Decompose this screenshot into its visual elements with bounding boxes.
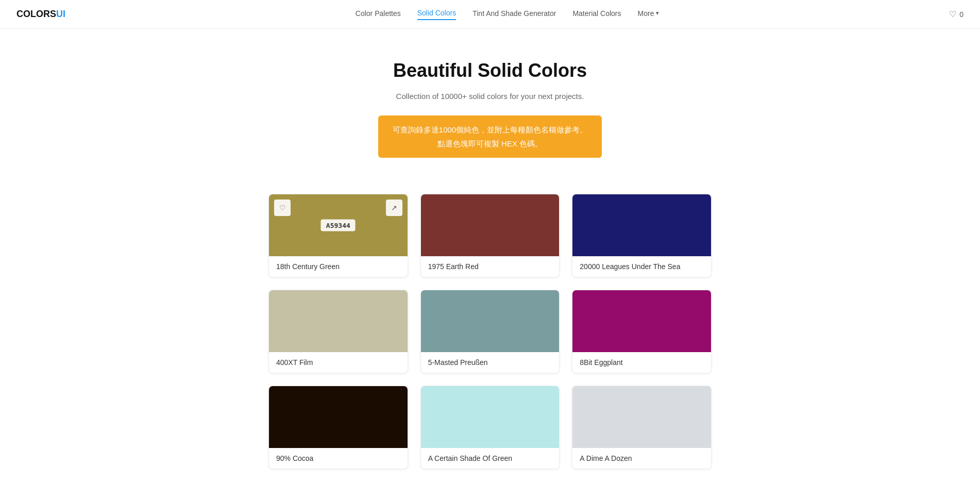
color-name: 8Bit Eggplant: [572, 352, 711, 373]
expand-button[interactable]: ↗: [689, 295, 706, 312]
favorite-button[interactable]: ♡: [274, 200, 291, 216]
color-card-20000-leagues-under-the-sea[interactable]: ♡ ↗ 1A1A6E 20000 Leagues Under The Sea: [572, 194, 712, 277]
logo[interactable]: COLORS UI: [16, 9, 65, 20]
favorite-button[interactable]: ♡: [578, 200, 594, 216]
expand-button[interactable]: ↗: [386, 391, 402, 408]
logo-text-blue: UI: [56, 9, 65, 20]
info-banner: 可查詢錄多達1000個純色，並附上每種顏色名稱做參考。 點選色塊即可複製 HEX…: [378, 115, 602, 158]
expand-button[interactable]: ↗: [386, 200, 402, 216]
favorite-button[interactable]: ♡: [578, 295, 594, 312]
expand-button[interactable]: ↗: [537, 295, 554, 312]
nav-more[interactable]: More ▾: [638, 9, 660, 20]
heart-icon: ♡: [949, 9, 956, 19]
color-swatch: ♡ ↗ B8E8E8: [421, 386, 560, 448]
color-swatch: ♡ ↗ 7B3330: [421, 194, 560, 256]
color-card-1975-earth-red[interactable]: ♡ ↗ 7B3330 1975 Earth Red: [420, 194, 560, 277]
expand-button[interactable]: ↗: [689, 391, 706, 408]
hex-badge: A59344: [321, 219, 356, 231]
favorite-button[interactable]: ♡: [274, 391, 291, 408]
nav-links: Color Palettes Solid Colors Tint And Sha…: [356, 9, 660, 20]
color-grid: ♡ ↗ A59344 18th Century Green ♡ ↗ 7B3330…: [258, 194, 722, 499]
color-swatch: ♡ ↗ D8DCE0: [572, 386, 711, 448]
color-name: 5-Masted Preußen: [421, 352, 560, 373]
navbar: COLORS UI Color Palettes Solid Colors Ti…: [0, 0, 980, 29]
color-name: A Dime A Dozen: [572, 448, 711, 469]
color-card-certain-shade-of-green[interactable]: ♡ ↗ B8E8E8 A Certain Shade Of Green: [420, 386, 560, 469]
banner-line1: 可查詢錄多達1000個純色，並附上每種顏色名稱做參考。: [393, 123, 587, 137]
nav-solid-colors[interactable]: Solid Colors: [417, 9, 456, 20]
nav-tint-shade[interactable]: Tint And Shade Generator: [472, 9, 556, 20]
color-swatch: ♡ ↗ A59344: [269, 194, 408, 256]
color-card-90-cocoa[interactable]: ♡ ↗ 1A0C00 90% Cocoa: [268, 386, 408, 469]
nav-color-palettes[interactable]: Color Palettes: [356, 9, 401, 20]
color-name: 18th Century Green: [269, 256, 408, 277]
favorite-button[interactable]: ♡: [426, 295, 443, 312]
color-name: 1975 Earth Red: [421, 256, 560, 277]
nav-material-colors[interactable]: Material Colors: [572, 9, 621, 20]
logo-text-black: COLORS: [16, 9, 56, 20]
expand-button[interactable]: ↗: [537, 200, 554, 216]
color-name: A Certain Shade Of Green: [421, 448, 560, 469]
color-swatch: ♡ ↗ 1A1A6E: [572, 194, 711, 256]
color-swatch: ♡ ↗ C4C1A4: [269, 290, 408, 352]
hero-section: Beautiful Solid Colors Collection of 100…: [0, 29, 980, 178]
nav-right: ♡ 0: [949, 9, 964, 19]
expand-button[interactable]: ↗: [689, 200, 706, 216]
color-card-dime-a-dozen[interactable]: ♡ ↗ D8DCE0 A Dime A Dozen: [572, 386, 712, 469]
expand-button[interactable]: ↗: [386, 295, 402, 312]
color-swatch: ♡ ↗ 7A9E9F: [421, 290, 560, 352]
favorite-button[interactable]: ♡: [578, 391, 594, 408]
banner-line2: 點選色塊即可複製 HEX 色碼。: [393, 137, 587, 151]
color-card-8bit-eggplant[interactable]: ♡ ↗ 940B6C 8Bit Eggplant: [572, 290, 712, 373]
favorites-count: 0: [959, 10, 964, 19]
page-subtitle: Collection of 10000+ solid colors for yo…: [10, 90, 970, 103]
color-swatch: ♡ ↗ 1A0C00: [269, 386, 408, 448]
favorite-button[interactable]: ♡: [426, 200, 443, 216]
color-swatch: ♡ ↗ 940B6C: [572, 290, 711, 352]
color-name: 90% Cocoa: [269, 448, 408, 469]
chevron-down-icon: ▾: [656, 10, 659, 16]
color-card-400xt-film[interactable]: ♡ ↗ C4C1A4 400XT Film: [268, 290, 408, 373]
color-card-5-masted-preussen[interactable]: ♡ ↗ 7A9E9F 5-Masted Preußen: [420, 290, 560, 373]
expand-button[interactable]: ↗: [537, 391, 554, 408]
page-title: Beautiful Solid Colors: [10, 60, 970, 81]
color-name: 400XT Film: [269, 352, 408, 373]
favorite-button[interactable]: ♡: [426, 391, 443, 408]
color-name: 20000 Leagues Under The Sea: [572, 256, 711, 277]
favorite-button[interactable]: ♡: [274, 295, 291, 312]
color-card-18th-century-green[interactable]: ♡ ↗ A59344 18th Century Green: [268, 194, 408, 277]
